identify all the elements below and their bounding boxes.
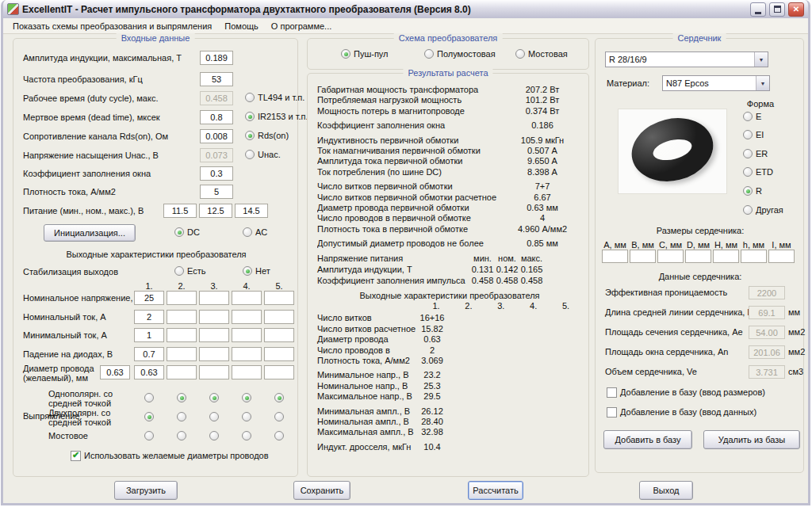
chevron-down-icon[interactable]: ▼ bbox=[756, 76, 769, 90]
driver-radio-option[interactable]: TL494 и т.п. bbox=[245, 93, 304, 102]
rectification-option[interactable] bbox=[242, 431, 251, 440]
stabilization-option[interactable]: Нет bbox=[243, 266, 270, 276]
rectification-option[interactable] bbox=[209, 393, 219, 402]
driver-radio-option-radio-icon[interactable] bbox=[245, 112, 255, 121]
init-button[interactable]: Инициализация... bbox=[44, 224, 136, 242]
current-type-option[interactable]: DC bbox=[174, 227, 200, 237]
size-input[interactable] bbox=[630, 250, 656, 263]
load-button[interactable]: Загрузить bbox=[114, 481, 178, 500]
menu-item-1[interactable]: Помощь bbox=[218, 19, 265, 33]
driver-radio-option-radio-icon[interactable] bbox=[245, 93, 255, 102]
rectification-radio-icon[interactable] bbox=[177, 393, 186, 402]
driver-radio-option-radio-icon[interactable] bbox=[245, 131, 255, 140]
shape-option[interactable]: EI bbox=[743, 130, 764, 139]
output-cell-input[interactable] bbox=[232, 310, 262, 324]
shape-option-radio-icon[interactable] bbox=[743, 149, 753, 158]
delete-from-db-button[interactable]: Удалить из базы bbox=[703, 430, 800, 449]
output-cell-input[interactable]: 0.63 bbox=[100, 365, 130, 379]
output-cell-input[interactable]: 25 bbox=[134, 291, 164, 305]
driver-radio-option-radio-icon[interactable] bbox=[245, 150, 255, 159]
close-button[interactable]: ✕ bbox=[788, 2, 804, 17]
rectification-option[interactable] bbox=[144, 431, 154, 440]
output-cell-input[interactable] bbox=[199, 347, 229, 361]
scheme-option[interactable]: Пуш-пул bbox=[341, 49, 389, 59]
output-cell-input[interactable] bbox=[264, 328, 294, 342]
rectification-option[interactable] bbox=[209, 431, 219, 440]
rectification-option[interactable] bbox=[177, 412, 186, 421]
shape-option[interactable]: ETD bbox=[743, 167, 773, 177]
input-field[interactable]: 0.8 bbox=[200, 110, 233, 124]
material-select[interactable]: N87 Epcos ▼ bbox=[662, 75, 770, 91]
input-field[interactable]: 0.008 bbox=[200, 129, 233, 143]
maximize-button[interactable] bbox=[769, 2, 785, 17]
size-input[interactable] bbox=[685, 250, 711, 263]
rectification-radio-icon[interactable] bbox=[177, 412, 186, 421]
rectification-radio-icon[interactable] bbox=[242, 431, 251, 440]
db-checkbox[interactable]: Добавление в базу (ввод размеров) bbox=[607, 387, 765, 398]
size-input[interactable] bbox=[768, 250, 795, 263]
rectification-radio-icon[interactable] bbox=[144, 431, 154, 440]
rectification-option[interactable] bbox=[177, 393, 186, 402]
rectification-radio-icon[interactable] bbox=[144, 393, 154, 402]
input-field[interactable]: 5 bbox=[200, 185, 233, 199]
driver-radio-option[interactable]: IR2153 и т.п. bbox=[245, 112, 308, 121]
checkbox-icon[interactable] bbox=[607, 407, 617, 418]
rectification-option[interactable] bbox=[242, 412, 251, 421]
current-type-option[interactable]: AC bbox=[243, 227, 267, 237]
shape-option[interactable]: ER bbox=[743, 149, 768, 158]
stabilization-option[interactable]: Есть bbox=[174, 266, 205, 276]
stabilization-option-radio-icon[interactable] bbox=[174, 266, 184, 276]
supply-input[interactable]: 12.5 bbox=[199, 204, 232, 218]
rectification-option[interactable] bbox=[242, 393, 251, 402]
stabilization-option-radio-icon[interactable] bbox=[243, 266, 252, 276]
rectification-option[interactable] bbox=[177, 431, 186, 440]
chevron-down-icon[interactable]: ▼ bbox=[754, 52, 768, 67]
checkbox-icon[interactable] bbox=[607, 387, 617, 398]
rectification-radio-icon[interactable] bbox=[242, 412, 251, 421]
output-cell-input[interactable] bbox=[167, 291, 197, 305]
size-input[interactable] bbox=[741, 250, 767, 263]
rectification-option[interactable] bbox=[144, 393, 154, 402]
output-cell-input[interactable] bbox=[167, 328, 197, 342]
rectification-radio-icon[interactable] bbox=[209, 393, 219, 402]
rectification-option[interactable] bbox=[274, 393, 284, 402]
scheme-option-radio-icon[interactable] bbox=[424, 49, 434, 59]
shape-option-radio-icon[interactable] bbox=[743, 205, 753, 215]
db-checkbox[interactable]: Добавление в базу (ввод данных) bbox=[607, 407, 756, 418]
input-field[interactable]: 53 bbox=[200, 72, 233, 86]
rectification-radio-icon[interactable] bbox=[177, 431, 186, 440]
rectification-radio-icon[interactable] bbox=[144, 412, 154, 421]
input-field[interactable]: 0.189 bbox=[200, 51, 233, 65]
current-type-option-radio-icon[interactable] bbox=[174, 227, 184, 237]
rectification-radio-icon[interactable] bbox=[274, 393, 284, 402]
rectification-radio-icon[interactable] bbox=[209, 412, 219, 421]
shape-option-radio-icon[interactable] bbox=[743, 112, 753, 121]
menu-item-0[interactable]: Показать схемы преобразования и выпрямле… bbox=[6, 19, 218, 33]
shape-option-radio-icon[interactable] bbox=[743, 167, 753, 177]
save-button[interactable]: Сохранить bbox=[293, 481, 350, 500]
core-select[interactable]: R 28/16/9 ▼ bbox=[605, 51, 768, 67]
rectification-option[interactable] bbox=[274, 412, 284, 421]
output-cell-input[interactable] bbox=[264, 310, 294, 324]
menu-item-2[interactable]: О программе... bbox=[265, 19, 338, 33]
rectification-radio-icon[interactable] bbox=[209, 431, 219, 440]
rectification-option[interactable] bbox=[144, 412, 154, 421]
scheme-option[interactable]: Мостовая bbox=[515, 49, 568, 59]
input-field[interactable]: 0.3 bbox=[200, 166, 233, 181]
shape-option[interactable]: Другая bbox=[743, 205, 783, 215]
minimize-button[interactable] bbox=[750, 2, 766, 17]
rectification-radio-icon[interactable] bbox=[274, 412, 284, 421]
output-cell-input[interactable] bbox=[199, 365, 229, 379]
supply-input[interactable]: 11.5 bbox=[163, 204, 197, 218]
scheme-option[interactable]: Полумостовая bbox=[424, 49, 496, 59]
current-type-option-radio-icon[interactable] bbox=[243, 227, 252, 237]
shape-option-radio-icon[interactable] bbox=[743, 130, 753, 139]
output-cell-input[interactable]: 1 bbox=[134, 328, 164, 342]
output-cell-input[interactable] bbox=[232, 291, 262, 305]
output-cell-input[interactable] bbox=[167, 365, 197, 379]
output-cell-input[interactable] bbox=[167, 347, 197, 361]
size-input[interactable] bbox=[602, 250, 628, 263]
output-cell-input[interactable]: 2 bbox=[134, 310, 164, 324]
driver-radio-option[interactable]: Uнас. bbox=[245, 150, 281, 159]
shape-option[interactable]: R bbox=[743, 186, 762, 196]
